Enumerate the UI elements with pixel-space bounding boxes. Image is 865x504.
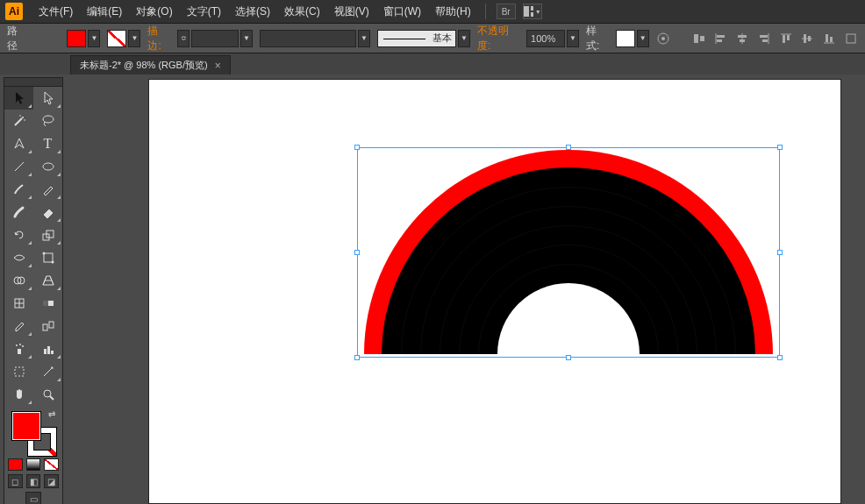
ellipse-tool[interactable] [33,155,62,178]
zoom-tool[interactable] [33,383,62,406]
handle-tr[interactable] [777,145,783,150]
handle-tl[interactable] [354,145,360,150]
selection-tool[interactable] [4,87,33,110]
fill-color-control[interactable]: ▼ [67,30,100,47]
handle-bc[interactable] [566,355,571,360]
fill-color-box[interactable] [11,411,41,441]
graph-tool[interactable] [33,337,62,360]
handle-br[interactable] [777,355,783,360]
opacity-control[interactable]: 100% ▼ [526,30,579,47]
stroke-weight-dropdown[interactable]: ▼ [240,30,253,47]
line-tool[interactable] [4,155,33,178]
color-mode-gradient[interactable] [26,458,41,471]
mesh-tool[interactable] [4,292,33,315]
stroke-profile-field[interactable] [260,30,356,47]
align-bottom-button[interactable] [820,30,839,47]
gradient-tool[interactable] [33,292,62,315]
draw-behind[interactable]: ◧ [26,474,41,488]
stroke-weight-field[interactable] [191,30,239,47]
draw-inside[interactable]: ◪ [44,474,59,488]
opacity-field[interactable]: 100% [526,30,565,47]
selection-bounding-box[interactable] [357,147,780,358]
arrange-docs-button[interactable]: ▼ [523,4,542,19]
svg-rect-5 [694,34,698,43]
tab-close-button[interactable]: × [215,60,221,72]
stroke-weight-stepper[interactable]: ≎ [177,30,189,47]
paintbrush-tool[interactable] [4,178,33,201]
screen-mode[interactable]: ▭ [4,490,62,504]
transform-button[interactable] [841,30,860,47]
align-vcenter-button[interactable] [798,30,817,47]
align-left-icon [714,32,726,45]
blend-tool[interactable] [33,315,62,337]
align-right-button[interactable] [754,30,773,47]
align-panel-button[interactable] [690,30,708,47]
menu-text[interactable]: 文字(T) [180,4,228,19]
align-bottom-icon [823,32,835,45]
direct-selection-tool[interactable] [33,87,62,110]
blob-brush-tool[interactable] [4,201,33,224]
draw-normal[interactable]: ◻ [8,474,23,488]
stroke-color-control[interactable]: ▼ [107,30,140,47]
slice-tool[interactable] [33,360,62,383]
svg-rect-6 [700,36,704,41]
toolbox-grip[interactable] [4,78,62,87]
document-tab[interactable]: 未标题-2* @ 98% (RGB/预览) × [70,55,231,75]
recolor-button[interactable] [654,30,673,47]
stroke-swatch[interactable] [107,30,126,47]
artboard[interactable] [149,80,840,503]
menu-object[interactable]: 对象(O) [129,4,179,19]
brush-def-dropdown[interactable]: ▼ [458,30,470,47]
stroke-weight-control[interactable]: ≎ ▼ [177,30,253,47]
menu-effect[interactable]: 效果(C) [277,4,327,19]
menu-edit[interactable]: 编辑(E) [80,4,129,19]
opacity-label: 不透明度: [477,24,519,53]
color-mode-solid[interactable] [8,458,23,471]
handle-mr[interactable] [777,250,783,255]
perspective-tool[interactable] [33,269,62,292]
brush-def-control[interactable]: 基本 ▼ [377,30,470,47]
fill-dropdown[interactable]: ▼ [88,30,100,47]
pencil-tool[interactable] [33,178,62,201]
align-left-button[interactable] [711,30,730,47]
pen-tool[interactable] [4,132,33,155]
menu-window[interactable]: 窗口(W) [376,4,428,19]
eyedropper-tool[interactable] [4,315,33,337]
free-transform-tool[interactable] [33,246,62,269]
magic-wand-tool[interactable] [4,110,33,132]
svg-rect-11 [738,35,747,38]
handle-tc[interactable] [566,145,571,150]
brush-definition-field[interactable]: 基本 [377,30,456,47]
type-tool[interactable]: T [33,132,62,155]
stroke-dropdown[interactable]: ▼ [128,30,140,47]
fill-swatch[interactable] [67,30,86,47]
screen-mode-button[interactable]: ▭ [25,492,41,504]
artboard-tool[interactable] [4,360,33,383]
stroke-profile-control[interactable]: ▼ [260,30,370,47]
hand-tool[interactable] [4,383,33,406]
menu-select[interactable]: 选择(S) [228,4,277,19]
menu-file[interactable]: 文件(F) [32,4,80,19]
rotate-tool[interactable] [4,224,33,246]
menu-help[interactable]: 帮助(H) [428,4,478,19]
stroke-profile-dropdown[interactable]: ▼ [358,30,370,47]
handle-ml[interactable] [354,250,360,255]
style-control[interactable]: ▼ [616,30,649,47]
fill-stroke-control[interactable]: ⇄ [4,406,62,457]
align-top-button[interactable] [776,30,795,47]
width-tool[interactable] [4,246,33,269]
style-dropdown[interactable]: ▼ [637,30,649,47]
color-mode-none[interactable] [44,458,59,471]
align-hcenter-button[interactable] [733,30,752,47]
menu-view[interactable]: 视图(V) [327,4,376,19]
swap-fill-stroke[interactable]: ⇄ [48,409,55,419]
eraser-tool[interactable] [33,201,62,224]
symbol-sprayer-tool[interactable] [4,337,33,360]
handle-bl[interactable] [354,355,360,360]
shape-builder-tool[interactable] [4,269,33,292]
bridge-button[interactable]: Br [497,4,516,19]
lasso-tool[interactable] [33,110,62,132]
opacity-dropdown[interactable]: ▼ [567,30,579,47]
scale-tool[interactable] [33,224,62,246]
style-swatch[interactable] [616,30,635,47]
